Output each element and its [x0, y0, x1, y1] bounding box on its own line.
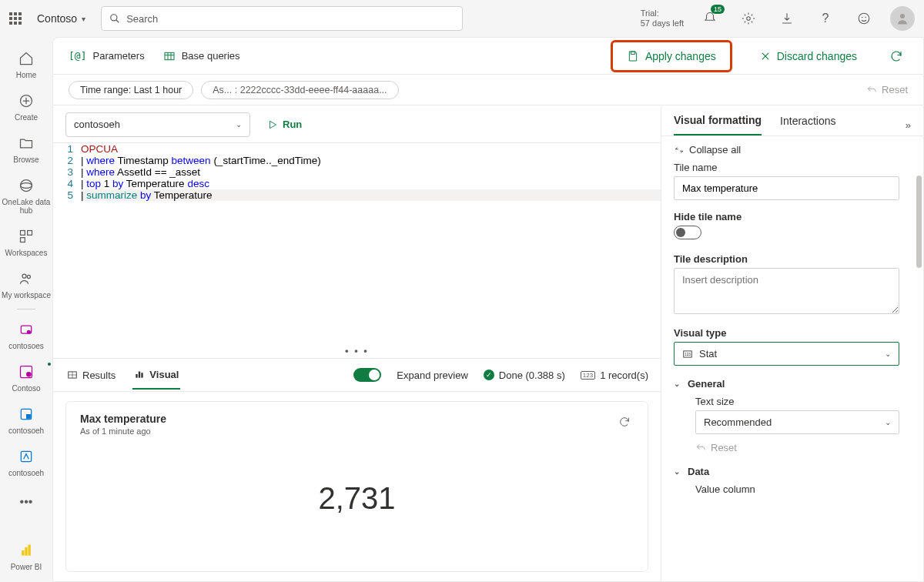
svg-point-16 — [27, 330, 31, 334]
svg-rect-24 — [28, 545, 31, 556]
reset-filters-button[interactable]: Reset — [866, 84, 908, 95]
base-queries-button[interactable]: Base queries — [163, 50, 240, 62]
plus-circle-icon — [18, 93, 34, 109]
ellipsis-icon: ••• — [15, 491, 37, 513]
resize-handle[interactable]: • • • — [53, 343, 661, 358]
asset-filter-pill[interactable]: As... : 2222cccc-33dd-eeee-ff44-aaaaa... — [201, 81, 398, 99]
svg-rect-33 — [136, 374, 138, 378]
chevron-down-icon: ⌄ — [674, 380, 680, 388]
tile-desc-input[interactable] — [674, 268, 899, 314]
svg-rect-29 — [631, 52, 634, 54]
chart-icon — [134, 369, 145, 380]
tile-title: Max temperature — [80, 413, 166, 425]
query-editor[interactable]: 1OPCUA 2| where Timestamp between (_star… — [53, 143, 661, 343]
discard-changes-button[interactable]: Discard changes — [751, 45, 866, 67]
collapse-all-button[interactable]: Collapse all — [674, 144, 911, 156]
user-avatar[interactable] — [890, 6, 915, 31]
settings-button[interactable] — [736, 6, 761, 31]
svg-rect-34 — [139, 372, 140, 378]
text-size-select[interactable]: Recommended ⌄ — [695, 410, 899, 434]
general-reset-button[interactable]: Reset — [695, 442, 911, 453]
tab-interactions[interactable]: Interactions — [780, 115, 835, 135]
refresh-icon — [889, 49, 903, 63]
app-launcher-icon[interactable] — [9, 12, 22, 25]
main-panel: [@] Parameters Base queries Apply change… — [52, 37, 924, 582]
svg-point-2 — [747, 17, 751, 21]
stat-value: 2,731 — [318, 481, 395, 516]
powerbi-icon — [18, 543, 34, 558]
visual-type-select[interactable]: 123 Stat ⌄ — [674, 342, 899, 366]
expand-panel-button[interactable]: » — [906, 119, 911, 131]
collapse-icon — [674, 145, 685, 156]
section-data[interactable]: ⌄ Data — [674, 466, 911, 477]
hide-tile-name-toggle[interactable] — [674, 226, 701, 239]
tile-refresh-button[interactable] — [615, 413, 634, 431]
svg-rect-35 — [142, 373, 143, 377]
workspaces-icon — [18, 229, 34, 244]
section-general[interactable]: ⌄ General — [674, 378, 911, 390]
svg-rect-20 — [26, 414, 31, 419]
person-group-icon — [18, 271, 34, 286]
notifications-button[interactable]: 15 — [698, 6, 722, 31]
kqldb-icon — [18, 449, 34, 464]
tab-results[interactable]: Results — [65, 362, 117, 389]
scrollbar[interactable] — [916, 176, 922, 268]
svg-rect-23 — [25, 547, 27, 556]
nav-onelake[interactable]: OneLake data hub — [0, 170, 52, 219]
nav-workspaces[interactable]: Workspaces — [0, 221, 52, 262]
table-icon — [163, 50, 176, 62]
notification-badge: 15 — [711, 5, 725, 14]
text-size-label: Text size — [695, 396, 911, 407]
time-range-pill[interactable]: Time range: Last 1 hour — [69, 81, 193, 99]
tile-name-input[interactable] — [674, 176, 899, 200]
nav-powerbi[interactable]: Power BI — [0, 535, 52, 576]
global-search[interactable]: Search — [101, 6, 463, 31]
org-name: Contoso — [37, 12, 77, 25]
nav-home[interactable]: Home — [0, 43, 52, 84]
apply-changes-button[interactable]: Apply changes — [616, 45, 727, 67]
nav-more[interactable]: ••• — [0, 487, 52, 517]
undo-icon — [866, 85, 877, 95]
nav-contoso[interactable]: Contoso — [0, 356, 52, 397]
feedback-button[interactable] — [852, 6, 876, 31]
folder-icon — [18, 135, 34, 151]
parameters-button[interactable]: [@] Parameters — [69, 50, 145, 62]
save-icon — [627, 50, 639, 62]
nav-contosoes[interactable]: contosoes — [0, 314, 52, 355]
svg-line-1 — [116, 20, 119, 23]
tile-subtitle: As of 1 minute ago — [80, 426, 166, 436]
formatting-panel: Visual formatting Interactions » Collaps… — [661, 106, 923, 581]
top-bar: Contoso ▾ Search Trial: 57 days left 15 … — [0, 0, 924, 37]
play-icon — [267, 119, 278, 130]
download-button[interactable] — [775, 6, 799, 31]
nav-contosoeh-2[interactable]: contosoeh — [0, 441, 52, 482]
nav-browse[interactable]: Browse — [0, 128, 52, 169]
filter-bar: Time range: Last 1 hour As... : 2222cccc… — [53, 75, 923, 105]
expand-preview-toggle[interactable] — [353, 368, 381, 382]
chevron-down-icon: ⌄ — [885, 418, 891, 426]
data-hub-icon — [18, 178, 34, 193]
svg-point-9 — [21, 183, 32, 189]
svg-point-8 — [21, 180, 32, 192]
refresh-button[interactable] — [885, 45, 908, 68]
help-button[interactable]: ? — [813, 6, 838, 31]
nav-create[interactable]: Create — [0, 85, 52, 126]
org-dropdown[interactable]: Contoso ▾ — [31, 9, 92, 28]
nav-contosoeh-1[interactable]: contosoeh — [0, 399, 52, 440]
tab-visual-formatting[interactable]: Visual formatting — [674, 114, 762, 135]
database-select[interactable]: contosoeh ⌄ — [65, 112, 250, 137]
trial-status: Trial: 57 days left — [641, 8, 684, 28]
svg-rect-11 — [28, 231, 32, 236]
tab-visual[interactable]: Visual — [132, 361, 180, 390]
run-button[interactable]: Run — [261, 114, 308, 135]
nav-my-workspace[interactable]: My workspace — [0, 263, 52, 304]
svg-rect-22 — [22, 550, 24, 556]
editor-column: contosoeh ⌄ Run 1OPCUA 2| where Timestam… — [53, 106, 661, 581]
tile-desc-label: Tile description — [674, 253, 911, 265]
svg-rect-12 — [21, 238, 25, 242]
records-icon: 123 — [581, 371, 595, 380]
svg-rect-10 — [21, 231, 25, 236]
svg-point-5 — [865, 17, 867, 18]
chevron-down-icon: ⌄ — [674, 467, 680, 476]
query-toolbar: contosoeh ⌄ Run — [53, 106, 661, 143]
